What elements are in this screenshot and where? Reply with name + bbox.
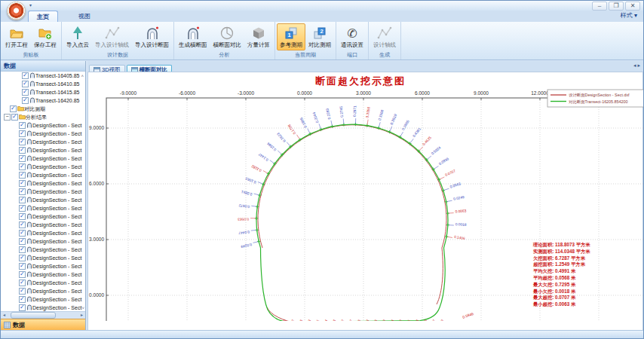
checkbox-checked[interactable] bbox=[22, 89, 29, 96]
data-panel-caption[interactable]: 数据 bbox=[1, 61, 85, 72]
checkbox-checked[interactable] bbox=[19, 188, 26, 195]
checkbox-checked[interactable] bbox=[19, 304, 26, 311]
measured-point-cross bbox=[262, 182, 265, 185]
tree-item-label: 分析结果 bbox=[26, 114, 47, 121]
checkbox-checked[interactable] bbox=[11, 114, 18, 121]
tree-item-design-section[interactable]: DesignSection - Sect bbox=[1, 287, 85, 295]
checkbox-checked[interactable] bbox=[19, 180, 26, 187]
tree-item-design-section[interactable]: DesignSection - Sect bbox=[1, 171, 85, 179]
checkbox-checked[interactable] bbox=[19, 230, 26, 237]
checkbox-checked[interactable] bbox=[19, 155, 26, 162]
tree-item-design-section[interactable]: DesignSection - Sect bbox=[1, 246, 85, 254]
offset-value-label: 0.0707 bbox=[444, 169, 456, 177]
ribbon-button-tunnel[interactable]: 导入设计断面 bbox=[132, 23, 172, 50]
tree-item-design-section[interactable]: DesignSection - Sect bbox=[1, 204, 85, 212]
checkbox-checked[interactable] bbox=[19, 263, 26, 270]
ribbon-button-layer1[interactable]: 1参考测期 bbox=[277, 23, 305, 50]
scroll-hint-icon[interactable]: ˅ bbox=[81, 306, 85, 310]
checkbox-checked[interactable] bbox=[19, 130, 26, 137]
tree-item-design-section[interactable]: DesignSection - Sect bbox=[1, 130, 85, 138]
ribbon-tab-view[interactable]: 视图 bbox=[70, 11, 99, 21]
checkbox-checked[interactable] bbox=[19, 279, 26, 286]
ribbon-tab-home[interactable]: 主页 bbox=[28, 11, 58, 22]
checkbox-checked[interactable] bbox=[19, 147, 26, 154]
checkbox-checked[interactable] bbox=[10, 105, 17, 112]
app-logo-icon[interactable] bbox=[7, 2, 26, 20]
checkbox-checked[interactable] bbox=[22, 81, 29, 87]
tree-item-transect[interactable]: Transect-16415.85 bbox=[1, 88, 85, 96]
maximize-button[interactable]: ❐ bbox=[609, 2, 624, 11]
data-dock-tab[interactable]: 数据 bbox=[1, 319, 85, 331]
tree-item-transect[interactable]: Transect-16420.85 bbox=[1, 96, 85, 105]
ribbon-button-phone[interactable]: ✆通讯设置 bbox=[338, 23, 366, 50]
tree-item-design-section[interactable]: DesignSection - Sect bbox=[1, 254, 85, 262]
section-icon bbox=[26, 213, 32, 219]
style-selector[interactable]: 样式 ▾ bbox=[621, 11, 637, 20]
tree-item-design-section[interactable]: DesignSection - Sect bbox=[1, 179, 85, 188]
tree-item-label: Transect-16405.85 bbox=[35, 73, 80, 78]
section-icon bbox=[26, 163, 32, 170]
tree-item-design-section[interactable]: DesignSection - Sect bbox=[1, 121, 85, 130]
close-button[interactable]: ✕ bbox=[625, 2, 640, 11]
tree-item-design-section[interactable]: DesignSection - Sect bbox=[1, 279, 85, 287]
checkbox-checked[interactable] bbox=[22, 72, 29, 79]
tree-item-design-section[interactable]: DesignSection - Sect bbox=[1, 270, 85, 279]
scrollbar-thumb[interactable] bbox=[11, 312, 56, 319]
tree-item-design-section[interactable]: DesignSection - Sect bbox=[1, 229, 85, 237]
checkbox-checked[interactable] bbox=[19, 172, 26, 179]
checkbox-checked[interactable] bbox=[19, 205, 26, 212]
ribbon-button-compass[interactable]: 横断面对比 bbox=[210, 23, 245, 50]
checkbox-checked[interactable] bbox=[19, 122, 26, 129]
ribbon-button-label: 对比测期 bbox=[308, 41, 331, 49]
checkbox-checked[interactable] bbox=[19, 163, 26, 170]
collapse-icon[interactable]: − bbox=[4, 114, 11, 121]
tree-item-design-section[interactable]: DesignSection - Sect˅ bbox=[1, 304, 85, 311]
ribbon-button-polyline[interactable]: 设计轴线 bbox=[370, 23, 399, 50]
tree-item-label: DesignSection - Sect bbox=[32, 181, 81, 186]
tree-item-design-section[interactable]: DesignSection - Sect bbox=[1, 212, 85, 221]
tab-nav-arrows-icon[interactable]: ◂▸ bbox=[633, 63, 642, 69]
tree-item-label: DesignSection - Sect bbox=[32, 156, 81, 161]
checkbox-checked[interactable] bbox=[19, 296, 26, 303]
ribbon-button-cube[interactable]: 方量计算 bbox=[244, 23, 273, 50]
checkbox-checked[interactable] bbox=[19, 213, 26, 220]
tree-folder-compare[interactable]: 对比测期 bbox=[1, 105, 85, 113]
checkbox-checked[interactable] bbox=[19, 221, 26, 228]
tree-folder-results[interactable]: −分析结果 bbox=[1, 113, 85, 121]
tree-item-design-section[interactable]: DesignSection - Sect bbox=[1, 146, 85, 154]
tree-item-design-section[interactable]: DesignSection - Sect bbox=[1, 188, 85, 196]
tree-item-design-section[interactable]: DesignSection - Sect bbox=[1, 221, 85, 229]
tree-item-transect[interactable]: Transect-16405.85˄ bbox=[1, 72, 85, 80]
ribbon-button-layer2[interactable]: 2对比测期 bbox=[305, 23, 334, 50]
tree-item-transect[interactable]: Transect-16410.85 bbox=[1, 80, 85, 88]
checkbox-checked[interactable] bbox=[19, 271, 26, 278]
stat-line: 实测面积: 114.0348 平方米 bbox=[533, 249, 590, 255]
checkbox-checked[interactable] bbox=[19, 246, 26, 253]
tree-item-design-section[interactable]: DesignSection - Sect bbox=[1, 196, 85, 204]
offset-value-label: 0.0447 bbox=[238, 230, 250, 235]
tree-item-design-section[interactable]: DesignSection - Sect bbox=[1, 262, 85, 270]
ribbon-button-open-folder[interactable]: 打开工程 bbox=[2, 23, 31, 50]
ribbon-group-1: 导入点云导入设计轴线导入设计断面设计数据 bbox=[62, 22, 174, 60]
scroll-hint-icon[interactable]: ˄ bbox=[81, 74, 85, 78]
checkbox-checked[interactable] bbox=[19, 288, 26, 295]
tree-item-design-section[interactable]: DesignSection - Sect bbox=[1, 295, 85, 304]
ribbon-button-polyline[interactable]: 导入设计轴线 bbox=[92, 23, 132, 50]
checkbox-checked[interactable] bbox=[19, 238, 26, 245]
scroll-right-icon[interactable]: ▸ bbox=[78, 312, 85, 319]
ribbon-button-tunnel[interactable]: 生成横断面 bbox=[176, 23, 210, 50]
minimize-button[interactable]: – bbox=[592, 2, 607, 11]
checkbox-checked[interactable] bbox=[19, 197, 26, 203]
scroll-left-icon[interactable]: ◂ bbox=[1, 312, 8, 319]
checkbox-checked[interactable] bbox=[19, 139, 26, 145]
tree-item-design-section[interactable]: DesignSection - Sect bbox=[1, 237, 85, 246]
ribbon-button-point-cloud[interactable]: 导入点云 bbox=[63, 23, 92, 50]
tree-item-design-section[interactable]: DesignSection - Sect bbox=[1, 163, 85, 171]
checkbox-checked[interactable] bbox=[19, 255, 26, 261]
tree-item-design-section[interactable]: DesignSection - Sect bbox=[1, 138, 85, 146]
tree-item-design-section[interactable]: DesignSection - Sect bbox=[1, 154, 85, 163]
ribbon-button-save-folder[interactable]: 保存工程 bbox=[31, 23, 60, 50]
quick-access-arrow-icon[interactable]: ▾ bbox=[29, 2, 32, 8]
horizontal-scrollbar[interactable]: ◂ ▸ bbox=[1, 311, 85, 319]
checkbox-checked[interactable] bbox=[22, 97, 29, 104]
